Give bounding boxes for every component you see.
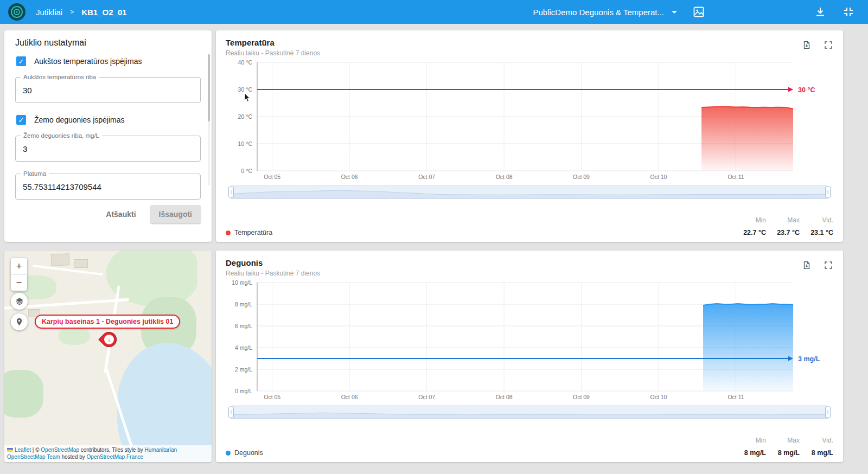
high-temp-alert-row: ✓ Aukštos temperatūros įspėjimas (16, 56, 200, 66)
sensor-settings-panel: Jutiklio nustatymai ✓ Aukštos temperatūr… (4, 30, 212, 242)
attribution-text: contributors, Tiles style by (79, 447, 145, 453)
map-marker[interactable]: ↓ (101, 331, 117, 354)
temperature-chart: 0 °C10 °C20 °C30 °C40 °COct 05Oct 06Oct … (226, 58, 833, 183)
stat-value-min: 22.7 °C (735, 229, 766, 236)
oxygen-chart-title: Deguonis (226, 258, 320, 267)
legend-label: Deguonis (234, 449, 263, 457)
high-temp-limit-input[interactable] (16, 78, 200, 103)
svg-text:30 °C: 30 °C (798, 86, 815, 94)
legend-temperature[interactable]: Temperatūra (226, 229, 272, 236)
chevron-down-icon (672, 11, 677, 14)
svg-text:3 mg/L: 3 mg/L (798, 355, 820, 363)
settings-actions: Atšaukti Išsaugoti (15, 205, 201, 223)
map-zoom-control: + − (11, 258, 27, 291)
map-green-area (4, 370, 43, 418)
zoom-in-button[interactable]: + (11, 258, 27, 274)
settings-scrollbar-thumb[interactable] (208, 54, 210, 121)
attribution-text: hosted by (60, 454, 87, 460)
legend-dot (226, 230, 231, 235)
breadcrumb-current-sensor: KB1_O2_01 (81, 8, 126, 17)
stat-value-avg: 8 mg/L (802, 449, 833, 457)
stat-label: Min (735, 437, 766, 444)
low-oxygen-limit-label: Žemo deguonies riba, mg/L (21, 132, 102, 139)
save-button[interactable]: Išsaugoti (150, 205, 201, 223)
map-locate-button[interactable] (11, 313, 28, 330)
export-file-icon[interactable] (802, 40, 812, 50)
svg-text:Oct 10: Oct 10 (650, 174, 667, 180)
svg-text:30 °C: 30 °C (238, 86, 253, 93)
image-icon[interactable] (692, 5, 705, 18)
svg-text:Oct 10: Oct 10 (650, 394, 667, 400)
legend-oxygen[interactable]: Deguonis (226, 449, 263, 457)
svg-text:20 °C: 20 °C (238, 113, 253, 120)
cancel-button[interactable]: Atšaukti (98, 205, 143, 223)
stat-label: Vid. (802, 216, 833, 224)
svg-text:6 mg/L: 6 mg/L (235, 323, 252, 329)
stat-value-min: 8 mg/L (735, 449, 766, 457)
check-icon: ✓ (18, 57, 24, 66)
temperature-range-slider[interactable] (226, 184, 833, 200)
svg-text:10 mg/L: 10 mg/L (232, 279, 252, 286)
breadcrumb-sensors-link[interactable]: Jutikliai (36, 8, 62, 17)
oxygen-chart-subtitle: Realiu laiku - Paskutinė 7 dienos (226, 270, 320, 277)
zoom-out-button[interactable]: − (11, 274, 27, 291)
top-app-bar: Jutikliai > KB1_O2_01 PublicDemo Deguoni… (0, 0, 868, 24)
attribution-text: | © (31, 447, 41, 453)
legend-label: Temperatūra (234, 229, 272, 236)
svg-text:Oct 11: Oct 11 (727, 394, 744, 400)
export-file-icon[interactable] (802, 260, 812, 270)
breadcrumb: Jutikliai > KB1_O2_01 (36, 8, 127, 17)
fullscreen-icon[interactable] (824, 40, 833, 50)
map-layers-button[interactable] (11, 293, 28, 310)
settings-scrollbar (208, 54, 210, 185)
map-building (74, 259, 88, 268)
temperature-panel: Temperatūra Realiu laiku - Paskutinė 7 d… (216, 30, 843, 242)
stats-temperature: Min Max Vid. 22.7 °C 23.7 °C 23.1 °C (735, 216, 833, 236)
breadcrumb-separator: > (70, 8, 74, 16)
high-temp-limit-label: Aukštos temperatūros riba (21, 74, 99, 80)
oxygen-chart: 0 mg/L2 mg/L4 mg/L6 mg/L8 mg/L10 mg/LOct… (226, 278, 833, 403)
dashboard-selector[interactable]: PublicDemo Deguonis & Temperat... (533, 8, 677, 17)
low-oxygen-limit-field: Žemo deguonies riba, mg/L (15, 136, 201, 162)
leaflet-link[interactable]: Leaflet (15, 447, 31, 453)
exit-fullscreen-icon[interactable] (842, 5, 855, 18)
stat-label: Min (735, 216, 766, 224)
svg-text:0 °C: 0 °C (241, 168, 252, 174)
high-temp-limit-field: Aukštos temperatūros riba (15, 77, 201, 103)
high-temp-alert-label: Aukštos temperatūros įspėjimas (34, 57, 142, 66)
download-icon[interactable] (814, 5, 827, 18)
stat-label: Max (768, 437, 800, 444)
low-oxygen-alert-label: Žemo deguonies įspėjimas (34, 116, 125, 124)
svg-text:Oct 05: Oct 05 (264, 394, 280, 400)
oxygen-range-slider[interactable] (226, 404, 833, 420)
svg-text:Oct 06: Oct 06 (341, 394, 358, 400)
map-panel[interactable]: + − Karpių baseinas 1 - Deguonies jutikl… (4, 251, 212, 462)
osm-link[interactable]: OpenStreetMap (41, 447, 79, 453)
svg-text:8 mg/L: 8 mg/L (235, 301, 252, 308)
map-attribution: Leaflet | © OpenStreetMap contributors, … (4, 445, 212, 462)
dashboard-selector-label: PublicDemo Deguonis & Temperat... (533, 8, 664, 17)
oxygen-panel: Deguonis Realiu laiku - Paskutinė 7 dien… (216, 251, 843, 462)
sensor-map-tooltip[interactable]: Karpių baseinas 1 - Deguonies jutiklis 0… (35, 315, 180, 329)
sensor-marker-icon: ↓ (104, 335, 114, 344)
map-road (104, 286, 120, 373)
svg-text:0 mg/L: 0 mg/L (235, 388, 252, 394)
osm-france-link[interactable]: OpenStreetMap France (87, 454, 144, 460)
svg-text:Oct 05: Oct 05 (264, 174, 280, 180)
svg-text:Oct 08: Oct 08 (496, 394, 513, 400)
app-logo-icon[interactable] (8, 3, 26, 21)
low-oxygen-limit-input[interactable] (16, 136, 200, 161)
high-temp-alert-checkbox[interactable]: ✓ (16, 56, 26, 66)
stat-label: Max (768, 216, 800, 224)
stat-label: Vid. (802, 437, 833, 444)
latitude-input[interactable] (16, 174, 200, 199)
stat-value-avg: 23.1 °C (802, 229, 833, 236)
stats-oxygen: Min Max Vid. 8 mg/L 8 mg/L 8 mg/L (735, 437, 833, 457)
low-oxygen-alert-checkbox[interactable]: ✓ (16, 115, 26, 125)
stat-value-max: 8 mg/L (768, 449, 800, 457)
map-road (33, 265, 103, 276)
settings-title: Jutiklio nustatymai (15, 38, 201, 48)
fullscreen-icon[interactable] (824, 260, 833, 270)
svg-text:Oct 09: Oct 09 (573, 174, 590, 180)
svg-text:4 mg/L: 4 mg/L (235, 344, 252, 351)
